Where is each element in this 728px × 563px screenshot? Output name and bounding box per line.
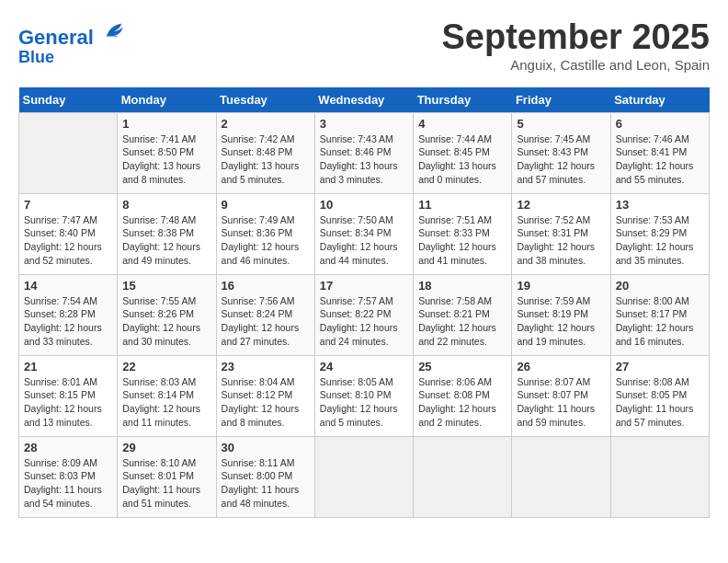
day-number: 22 xyxy=(122,360,210,373)
day-number: 18 xyxy=(418,279,506,293)
week-row-0: 1Sunrise: 7:41 AMSunset: 8:50 PMDaylight… xyxy=(19,112,710,193)
day-number: 16 xyxy=(222,279,310,293)
day-number: 10 xyxy=(320,198,408,212)
logo-bird-icon xyxy=(101,18,127,44)
calendar-cell: 16Sunrise: 7:56 AMSunset: 8:24 PMDayligh… xyxy=(216,274,314,355)
day-info: Sunrise: 7:58 AMSunset: 8:21 PMDaylight:… xyxy=(418,294,506,349)
calendar-cell xyxy=(314,436,413,517)
day-number: 25 xyxy=(418,360,506,373)
day-info: Sunrise: 8:10 AMSunset: 8:01 PMDaylight:… xyxy=(122,456,210,511)
day-number: 24 xyxy=(320,360,408,373)
day-number: 12 xyxy=(517,198,605,212)
day-info: Sunrise: 7:42 AMSunset: 8:48 PMDaylight:… xyxy=(222,132,310,187)
day-info: Sunrise: 8:03 AMSunset: 8:14 PMDaylight:… xyxy=(122,375,210,430)
week-row-1: 7Sunrise: 7:47 AMSunset: 8:40 PMDaylight… xyxy=(19,193,710,274)
calendar-table: SundayMondayTuesdayWednesdayThursdayFrid… xyxy=(18,87,710,518)
day-info: Sunrise: 8:05 AMSunset: 8:10 PMDaylight:… xyxy=(320,375,408,430)
logo-text: General xyxy=(18,18,127,49)
day-number: 29 xyxy=(122,441,210,454)
weekday-header-friday: Friday xyxy=(512,87,610,113)
day-info: Sunrise: 7:43 AMSunset: 8:46 PMDaylight:… xyxy=(320,132,408,187)
calendar-cell: 22Sunrise: 8:03 AMSunset: 8:14 PMDayligh… xyxy=(118,355,216,436)
day-number: 17 xyxy=(320,279,408,293)
day-info: Sunrise: 7:44 AMSunset: 8:45 PMDaylight:… xyxy=(418,132,506,187)
calendar-cell: 21Sunrise: 8:01 AMSunset: 8:15 PMDayligh… xyxy=(19,355,118,436)
calendar-cell: 2Sunrise: 7:42 AMSunset: 8:48 PMDaylight… xyxy=(216,112,314,193)
day-info: Sunrise: 7:59 AMSunset: 8:19 PMDaylight:… xyxy=(517,294,605,349)
page-header: General Blue September 2025 Anguix, Cast… xyxy=(18,18,710,73)
day-number: 11 xyxy=(418,198,506,212)
day-number: 2 xyxy=(222,117,310,131)
day-number: 7 xyxy=(24,198,112,212)
weekday-header-monday: Monday xyxy=(118,87,216,113)
month-title: September 2025 xyxy=(442,18,711,57)
day-info: Sunrise: 8:11 AMSunset: 8:00 PMDaylight:… xyxy=(222,456,310,511)
day-number: 15 xyxy=(122,279,210,293)
calendar-cell: 10Sunrise: 7:50 AMSunset: 8:34 PMDayligh… xyxy=(314,193,413,274)
day-number: 3 xyxy=(320,117,408,131)
day-number: 8 xyxy=(122,198,210,212)
week-row-2: 14Sunrise: 7:54 AMSunset: 8:28 PMDayligh… xyxy=(19,274,710,355)
calendar-cell: 4Sunrise: 7:44 AMSunset: 8:45 PMDaylight… xyxy=(414,112,512,193)
day-info: Sunrise: 7:47 AMSunset: 8:40 PMDaylight:… xyxy=(24,213,112,268)
day-info: Sunrise: 7:55 AMSunset: 8:26 PMDaylight:… xyxy=(122,294,210,349)
day-info: Sunrise: 8:09 AMSunset: 8:03 PMDaylight:… xyxy=(24,456,112,511)
day-number: 27 xyxy=(616,360,704,373)
calendar-cell: 14Sunrise: 7:54 AMSunset: 8:28 PMDayligh… xyxy=(19,274,118,355)
calendar-cell: 28Sunrise: 8:09 AMSunset: 8:03 PMDayligh… xyxy=(19,436,118,517)
week-row-3: 21Sunrise: 8:01 AMSunset: 8:15 PMDayligh… xyxy=(19,355,710,436)
calendar-cell: 15Sunrise: 7:55 AMSunset: 8:26 PMDayligh… xyxy=(118,274,216,355)
weekday-header-tuesday: Tuesday xyxy=(216,87,314,113)
calendar-cell xyxy=(610,436,709,517)
day-info: Sunrise: 7:45 AMSunset: 8:43 PMDaylight:… xyxy=(517,132,605,187)
location: Anguix, Castille and Leon, Spain xyxy=(442,57,711,73)
day-info: Sunrise: 8:01 AMSunset: 8:15 PMDaylight:… xyxy=(24,375,112,430)
weekday-header-wednesday: Wednesday xyxy=(314,87,413,113)
day-info: Sunrise: 7:53 AMSunset: 8:29 PMDaylight:… xyxy=(616,213,704,268)
calendar-cell: 5Sunrise: 7:45 AMSunset: 8:43 PMDaylight… xyxy=(512,112,610,193)
day-info: Sunrise: 7:50 AMSunset: 8:34 PMDaylight:… xyxy=(320,213,408,268)
day-number: 20 xyxy=(616,279,704,293)
day-info: Sunrise: 8:08 AMSunset: 8:05 PMDaylight:… xyxy=(616,375,704,430)
title-block: September 2025 Anguix, Castille and Leon… xyxy=(442,18,711,73)
day-info: Sunrise: 7:52 AMSunset: 8:31 PMDaylight:… xyxy=(517,213,605,268)
calendar-cell: 18Sunrise: 7:58 AMSunset: 8:21 PMDayligh… xyxy=(414,274,512,355)
calendar-cell: 23Sunrise: 8:04 AMSunset: 8:12 PMDayligh… xyxy=(216,355,314,436)
day-number: 28 xyxy=(24,441,112,454)
calendar-cell: 8Sunrise: 7:48 AMSunset: 8:38 PMDaylight… xyxy=(118,193,216,274)
day-info: Sunrise: 7:57 AMSunset: 8:22 PMDaylight:… xyxy=(320,294,408,349)
day-info: Sunrise: 7:54 AMSunset: 8:28 PMDaylight:… xyxy=(24,294,112,349)
day-number: 30 xyxy=(222,441,310,454)
calendar-cell: 13Sunrise: 7:53 AMSunset: 8:29 PMDayligh… xyxy=(610,193,709,274)
calendar-cell: 24Sunrise: 8:05 AMSunset: 8:10 PMDayligh… xyxy=(314,355,413,436)
calendar-cell: 9Sunrise: 7:49 AMSunset: 8:36 PMDaylight… xyxy=(216,193,314,274)
day-number: 23 xyxy=(222,360,310,373)
calendar-cell: 17Sunrise: 7:57 AMSunset: 8:22 PMDayligh… xyxy=(314,274,413,355)
logo-blue: Blue xyxy=(18,49,127,67)
day-number: 21 xyxy=(24,360,112,373)
week-row-4: 28Sunrise: 8:09 AMSunset: 8:03 PMDayligh… xyxy=(19,436,710,517)
day-info: Sunrise: 7:49 AMSunset: 8:36 PMDaylight:… xyxy=(222,213,310,268)
day-info: Sunrise: 7:56 AMSunset: 8:24 PMDaylight:… xyxy=(222,294,310,349)
weekday-header-sunday: Sunday xyxy=(19,87,118,113)
logo-general: General xyxy=(18,26,94,49)
weekday-header-row: SundayMondayTuesdayWednesdayThursdayFrid… xyxy=(19,87,710,113)
calendar-cell: 3Sunrise: 7:43 AMSunset: 8:46 PMDaylight… xyxy=(314,112,413,193)
weekday-header-thursday: Thursday xyxy=(414,87,512,113)
day-number: 9 xyxy=(222,198,310,212)
calendar-cell: 25Sunrise: 8:06 AMSunset: 8:08 PMDayligh… xyxy=(414,355,512,436)
calendar-cell xyxy=(512,436,610,517)
calendar-cell: 19Sunrise: 7:59 AMSunset: 8:19 PMDayligh… xyxy=(512,274,610,355)
day-number: 13 xyxy=(616,198,704,212)
calendar-cell: 11Sunrise: 7:51 AMSunset: 8:33 PMDayligh… xyxy=(414,193,512,274)
calendar-cell: 30Sunrise: 8:11 AMSunset: 8:00 PMDayligh… xyxy=(216,436,314,517)
calendar-cell: 20Sunrise: 8:00 AMSunset: 8:17 PMDayligh… xyxy=(610,274,709,355)
day-number: 26 xyxy=(517,360,605,373)
calendar-cell xyxy=(19,112,118,193)
calendar-cell: 6Sunrise: 7:46 AMSunset: 8:41 PMDaylight… xyxy=(610,112,709,193)
day-info: Sunrise: 7:51 AMSunset: 8:33 PMDaylight:… xyxy=(418,213,506,268)
day-number: 14 xyxy=(24,279,112,293)
day-number: 1 xyxy=(122,117,210,131)
day-number: 19 xyxy=(517,279,605,293)
weekday-header-saturday: Saturday xyxy=(610,87,709,113)
